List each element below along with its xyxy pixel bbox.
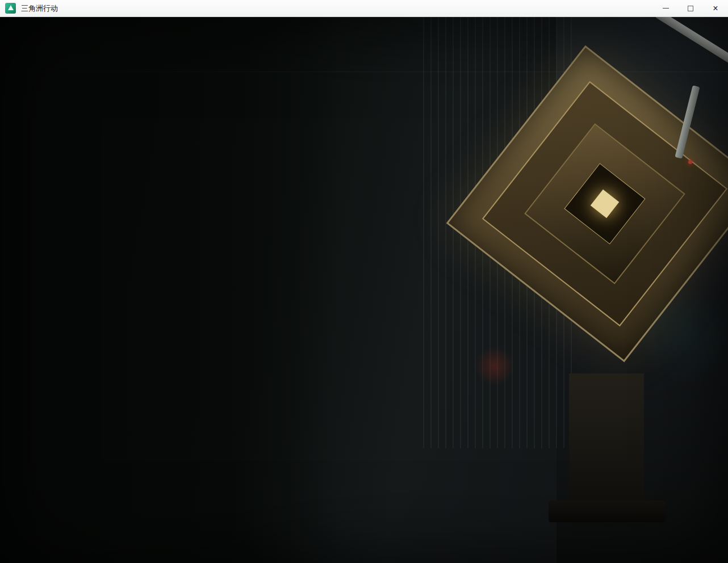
close-button[interactable]: ×	[703, 0, 728, 16]
window-titlebar: 三角洲行动 ×	[0, 0, 728, 17]
vignette	[0, 17, 728, 563]
app-logo-icon	[5, 3, 16, 14]
game-background	[0, 17, 728, 563]
maximize-button[interactable]	[678, 0, 703, 16]
window-title: 三角洲行动	[21, 3, 58, 14]
minimize-button[interactable]	[653, 0, 678, 16]
